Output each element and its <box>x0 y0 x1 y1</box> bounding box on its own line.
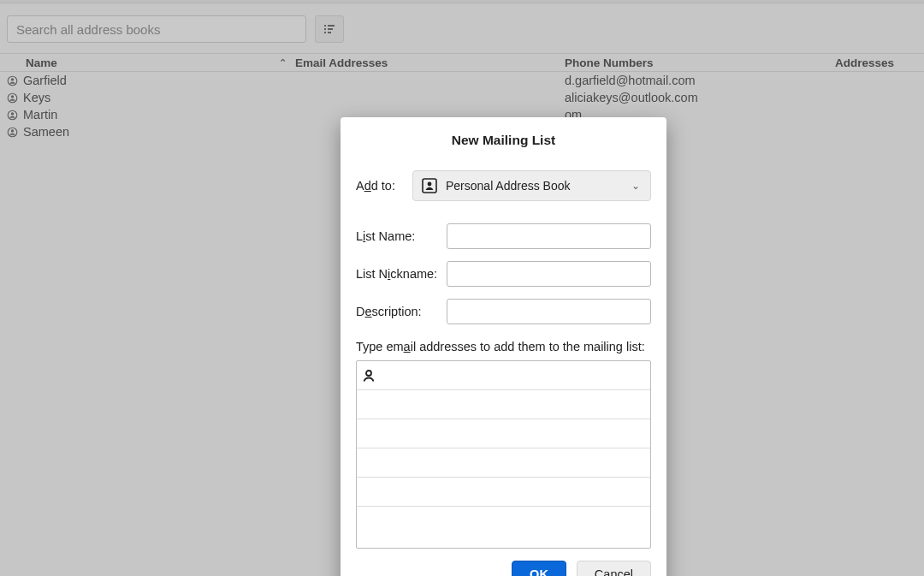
person-icon <box>362 369 376 383</box>
email-row[interactable] <box>357 390 650 419</box>
chevron-down-icon: ⌄ <box>631 180 640 192</box>
description-label: Description: <box>356 305 447 318</box>
list-name-input[interactable] <box>447 223 651 249</box>
list-nickname-input[interactable] <box>447 261 651 287</box>
email-row[interactable] <box>357 419 650 448</box>
email-row[interactable] <box>357 507 650 546</box>
email-row[interactable] <box>357 478 650 507</box>
description-input[interactable] <box>447 299 651 324</box>
addressbook-icon <box>422 178 437 193</box>
cancel-button[interactable]: Cancel <box>577 561 651 576</box>
svg-point-15 <box>428 182 432 187</box>
dialog-title: New Mailing List <box>356 133 651 148</box>
ok-button[interactable]: OK <box>512 561 566 576</box>
email-list-box[interactable] <box>356 360 651 549</box>
email-row[interactable] <box>357 361 650 390</box>
new-mailing-list-dialog: New Mailing List Add to: Personal Addres… <box>341 117 666 576</box>
svg-point-16 <box>366 371 371 376</box>
list-nickname-label: List Nickname: <box>356 267 447 281</box>
add-to-value: Personal Address Book <box>446 179 571 193</box>
add-to-select[interactable]: Personal Address Book ⌄ <box>412 170 651 201</box>
email-row[interactable] <box>357 448 650 478</box>
list-name-label: List Name: <box>356 229 447 243</box>
add-to-label: Add to: <box>356 179 412 193</box>
email-instruction: Type email addresses to add them to the … <box>356 340 651 353</box>
